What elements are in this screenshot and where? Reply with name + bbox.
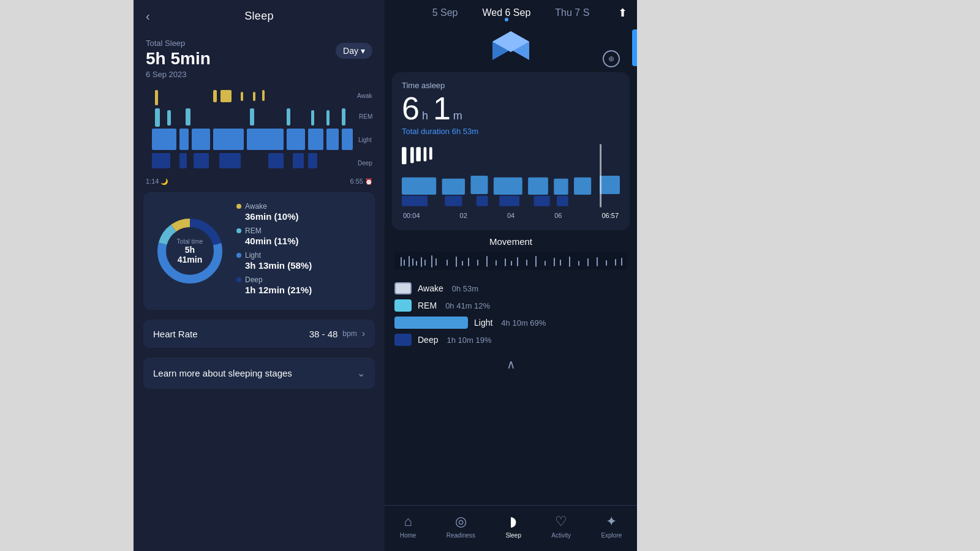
legend-light: Light 4h 10m 69% — [394, 317, 627, 329]
svg-rect-52 — [574, 178, 591, 195]
day-selector[interactable]: Day ▾ — [336, 43, 372, 59]
svg-rect-62 — [404, 260, 405, 266]
nav-explore[interactable]: ✦ Explore — [601, 514, 622, 539]
svg-rect-66 — [421, 257, 422, 267]
legend-rem: REM 0h 41m 12% — [394, 299, 627, 312]
rem-legend-text: REM — [418, 301, 437, 310]
time-end: 06:57 — [601, 212, 619, 219]
nav-prev-date[interactable]: 5 Sep — [432, 7, 458, 18]
back-button[interactable]: ‹ — [146, 9, 150, 23]
svg-rect-28 — [179, 153, 187, 168]
nav-home[interactable]: ⌂ Home — [400, 514, 417, 539]
legend-awake: Awake 0h 53m — [394, 282, 627, 294]
svg-rect-59 — [557, 196, 568, 206]
total-duration: Total duration 6h 53m — [402, 127, 478, 136]
svg-rect-19 — [179, 129, 189, 150]
time-asleep-section: Time asleep 6 h 1 m Total duration 6h 53… — [392, 72, 630, 230]
svg-rect-42 — [410, 147, 414, 163]
svg-rect-73 — [468, 258, 469, 266]
svg-rect-27 — [152, 153, 170, 168]
svg-rect-29 — [194, 153, 209, 168]
svg-rect-70 — [447, 260, 448, 266]
awake-legend-subtext: 0h 53m — [452, 284, 478, 293]
svg-rect-60 — [600, 144, 601, 207]
svg-rect-50 — [528, 178, 548, 195]
learn-more-row[interactable]: Learn more about sleeping stages ⌄ — [143, 358, 375, 389]
svg-rect-81 — [535, 256, 537, 267]
mins-value: 1 — [433, 92, 451, 124]
rem-legend-subtext: 0h 41m 12% — [445, 301, 490, 310]
cube-section — [385, 23, 637, 72]
svg-rect-23 — [287, 129, 305, 150]
heart-rate-value: 38 - 48 — [309, 329, 338, 339]
svg-rect-75 — [486, 256, 488, 267]
svg-rect-88 — [597, 257, 598, 266]
svg-rect-65 — [416, 261, 417, 266]
svg-rect-78 — [511, 261, 512, 266]
awake-legend-box — [394, 282, 412, 294]
deep-dot — [236, 277, 241, 282]
svg-rect-21 — [213, 129, 244, 150]
nav-current-date[interactable]: Wed 6 Sep — [482, 7, 530, 18]
light-legend-subtext: 4h 10m 69% — [501, 318, 546, 328]
chart-time-labels: 00:04 02 04 06 06:57 — [402, 212, 620, 219]
svg-rect-10 — [155, 108, 160, 127]
svg-rect-74 — [477, 260, 478, 266]
svg-rect-64 — [412, 258, 413, 266]
svg-rect-82 — [545, 261, 546, 266]
nav-next-date[interactable]: Thu 7 S — [555, 7, 589, 18]
right-panel: 5 Sep Wed 6 Sep Thu 7 S ⬆ Time asleep 6 … — [385, 0, 637, 551]
svg-rect-67 — [424, 260, 426, 266]
svg-rect-26 — [342, 129, 353, 150]
chevron-up-row[interactable]: ∧ — [385, 352, 637, 377]
nav-sleep[interactable]: ◗ Sleep — [505, 514, 521, 539]
svg-rect-86 — [578, 261, 579, 266]
svg-rect-7 — [241, 92, 243, 101]
donut-center: Total time 5h 41min — [172, 238, 208, 264]
svg-rect-32 — [293, 153, 304, 168]
deep-legend-text: Deep — [418, 335, 438, 345]
hours-value: 6 — [402, 92, 420, 124]
donut-chart: Total time 5h 41min — [153, 214, 227, 288]
awake-dot — [236, 204, 241, 209]
sleep-label: Sleep — [505, 532, 521, 539]
svg-rect-47 — [442, 179, 465, 195]
svg-rect-13 — [250, 108, 254, 126]
chevron-right-icon: › — [362, 328, 365, 339]
svg-rect-12 — [186, 108, 190, 126]
movement-bar — [394, 252, 627, 270]
svg-rect-91 — [621, 258, 622, 266]
svg-rect-14 — [287, 108, 290, 126]
sleep-chart: Awake REM Light Deep — [146, 87, 372, 173]
svg-rect-22 — [247, 129, 284, 150]
svg-rect-33 — [308, 153, 317, 168]
svg-rect-46 — [402, 178, 436, 195]
sleep-icon: ◗ — [510, 514, 517, 530]
light-legend-bar — [394, 317, 468, 329]
movement-title: Movement — [394, 236, 627, 247]
svg-rect-43 — [416, 147, 420, 161]
svg-rect-31 — [268, 153, 284, 168]
activity-label: Activity — [551, 532, 571, 539]
heart-rate-label: Heart Rate — [153, 329, 198, 339]
heart-rate-row[interactable]: Heart Rate 38 - 48 bpm › — [143, 320, 375, 348]
svg-rect-57 — [499, 196, 519, 206]
share-button[interactable]: ⬆ — [618, 6, 627, 20]
movement-section: Movement — [385, 236, 637, 270]
readiness-label: Readiness — [447, 532, 475, 539]
svg-text:Awake: Awake — [357, 92, 372, 99]
svg-rect-71 — [456, 257, 457, 267]
svg-rect-9 — [262, 90, 265, 101]
svg-rect-25 — [326, 129, 339, 150]
svg-rect-15 — [311, 110, 314, 126]
stage-light: Light 3h 13min (58%) — [236, 251, 365, 271]
svg-rect-90 — [615, 259, 616, 266]
learn-more-text: Learn more about sleeping stages — [153, 368, 292, 378]
chart-time-end: 6:55 ⏰ — [350, 178, 372, 185]
svg-rect-61 — [401, 257, 402, 266]
nav-activity[interactable]: ♡ Activity — [551, 514, 571, 539]
nav-readiness[interactable]: ◎ Readiness — [447, 514, 475, 539]
chevron-up-icon[interactable]: ∧ — [507, 357, 516, 372]
right-accent — [632, 29, 637, 66]
svg-rect-84 — [560, 260, 561, 266]
